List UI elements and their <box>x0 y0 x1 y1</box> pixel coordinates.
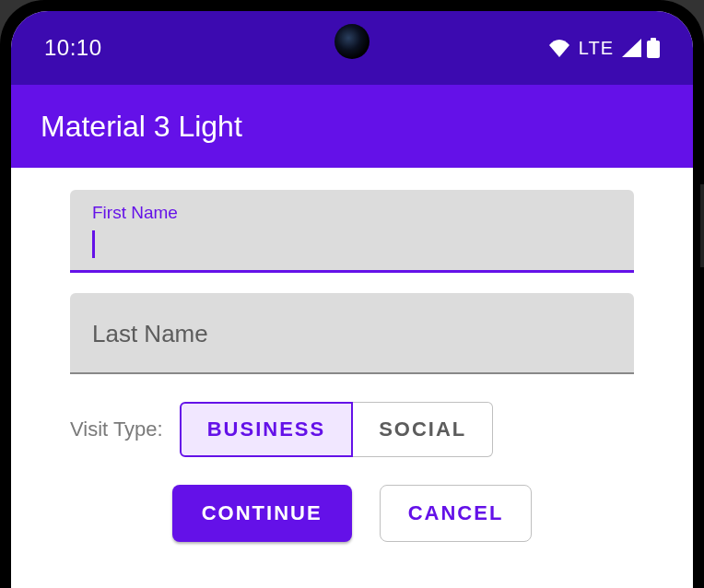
side-button <box>700 184 704 267</box>
continue-button[interactable]: CONTINUE <box>172 485 352 542</box>
action-buttons: CONTINUE CANCEL <box>70 485 634 542</box>
visit-type-business-button[interactable]: BUSINESS <box>180 402 353 457</box>
signal-icon <box>621 39 641 57</box>
clock: 10:10 <box>44 35 102 61</box>
phone-frame: 10:10 LTE Material 3 Light Fir <box>0 0 704 588</box>
first-name-field[interactable]: First Name <box>70 190 634 273</box>
visit-type-label: Visit Type: <box>70 417 163 441</box>
visit-type-segmented: BUSINESS SOCIAL <box>180 402 494 457</box>
svg-rect-1 <box>651 38 656 41</box>
last-name-field[interactable]: Last Name <box>70 293 634 374</box>
first-name-label: First Name <box>92 203 612 223</box>
page-title: Material 3 Light <box>41 110 242 144</box>
last-name-placeholder: Last Name <box>92 306 612 361</box>
camera-notch <box>334 24 370 59</box>
visit-type-row: Visit Type: BUSINESS SOCIAL <box>70 402 634 457</box>
wifi-icon <box>547 39 571 57</box>
status-icons: LTE <box>547 38 660 59</box>
form-content: First Name Last Name Visit Type: BUSINES… <box>11 168 693 542</box>
cancel-button[interactable]: CANCEL <box>380 485 533 542</box>
battery-icon <box>647 38 660 58</box>
app-bar: Material 3 Light <box>11 85 693 168</box>
network-type: LTE <box>579 38 614 59</box>
svg-rect-0 <box>647 41 660 58</box>
text-cursor <box>92 230 95 258</box>
visit-type-social-button[interactable]: SOCIAL <box>353 402 493 457</box>
phone-screen: 10:10 LTE Material 3 Light Fir <box>11 11 693 588</box>
